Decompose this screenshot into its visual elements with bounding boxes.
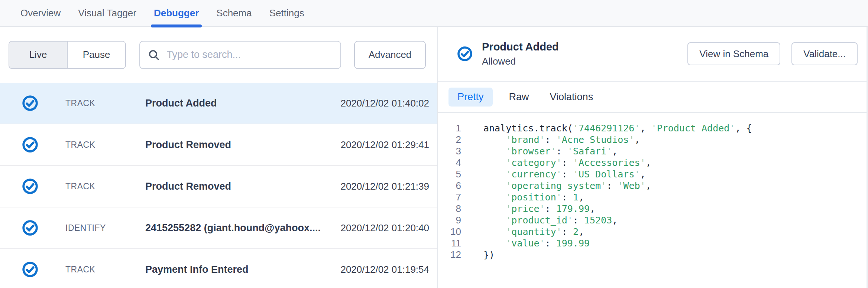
live-pause-toggle: Live Pause [9, 41, 126, 69]
validate-button[interactable]: Validate... [791, 42, 858, 65]
events-toolbar: Live Pause Advanced [0, 27, 437, 83]
line-number: 10 [438, 226, 461, 238]
code-text: 'brand': 'Acne Studios', [483, 134, 640, 145]
event-type-label: TRACK [65, 181, 145, 192]
event-title: 2415255282 (giant.hound@yahoox.... [145, 222, 340, 234]
event-status-text: Allowed [482, 56, 559, 67]
nav-tab-overview[interactable]: Overview [20, 0, 61, 26]
code-line: 3 'browser': 'Safari', [438, 145, 868, 157]
circle-check-icon [22, 219, 39, 236]
code-line: 5 'currency': 'US Dollars', [438, 168, 868, 180]
event-detail-titles: Product Added Allowed [482, 41, 559, 67]
nav-tab-settings[interactable]: Settings [269, 0, 304, 26]
code-line: 9 'product_id': 15203, [438, 215, 868, 226]
code-text: 'currency': 'US Dollars', [483, 168, 646, 180]
code-text: }) [483, 249, 495, 261]
payload-tab-raw[interactable]: Raw [505, 91, 534, 103]
circle-check-icon [22, 95, 39, 112]
event-title: Product Removed [145, 139, 340, 151]
event-row[interactable]: TRACKPayment Info Entered2020/12/02 01:1… [0, 249, 437, 288]
code-text: 'product_id': 15203, [483, 215, 618, 226]
line-number: 8 [438, 203, 461, 215]
line-number: 4 [438, 157, 461, 168]
search-box[interactable] [139, 41, 341, 69]
event-type-label: TRACK [65, 140, 145, 150]
payload-tab-violations[interactable]: Violations [545, 91, 598, 103]
advanced-button[interactable]: Advanced [354, 41, 426, 69]
event-row[interactable]: TRACKProduct Added2020/12/02 01:40:02 [0, 83, 437, 124]
event-detail-title: Product Added [482, 41, 559, 53]
code-text: analytics.track('7446291126', 'Product A… [483, 122, 752, 134]
line-number: 3 [438, 145, 461, 157]
code-text: 'position': 1, [483, 192, 584, 203]
event-detail-header: Product Added Allowed View in Schema Val… [438, 27, 868, 82]
code-text: 'value': 199.99 [483, 238, 590, 249]
line-number: 5 [438, 168, 461, 180]
pause-button[interactable]: Pause [68, 42, 125, 68]
payload-view-tabs: PrettyRawViolations [438, 82, 868, 113]
event-row[interactable]: TRACKProduct Removed2020/12/02 01:29:41 [0, 124, 437, 166]
code-line: 6 'operating_system': 'Web', [438, 180, 868, 192]
code-line: 1analytics.track('7446291126', 'Product … [438, 122, 868, 134]
line-number: 1 [438, 122, 461, 134]
event-timestamp: 2020/12/02 01:29:41 [340, 139, 429, 151]
event-type-label: TRACK [65, 98, 145, 108]
code-line: 2 'brand': 'Acne Studios', [438, 134, 868, 145]
line-number: 9 [438, 215, 461, 226]
event-timestamp: 2020/12/02 01:40:02 [340, 98, 429, 109]
nav-tab-debugger[interactable]: Debugger [154, 0, 199, 26]
view-in-schema-button[interactable]: View in Schema [687, 42, 780, 65]
code-line: 11 'value': 199.99 [438, 238, 868, 249]
code-line: 12}) [438, 249, 868, 261]
code-text: 'price': 179.99, [483, 203, 595, 215]
event-timestamp: 2020/12/02 01:19:54 [340, 264, 429, 275]
event-title: Product Removed [145, 181, 340, 192]
top-nav: OverviewVisual TaggerDebuggerSchemaSetti… [0, 0, 868, 27]
line-number: 11 [438, 238, 461, 249]
circle-check-icon [22, 178, 39, 195]
line-number: 7 [438, 192, 461, 203]
code-text: 'category': 'Accessories', [483, 157, 651, 168]
allowed-check-icon [457, 46, 473, 62]
code-text: 'browser': 'Safari', [483, 145, 618, 157]
events-panel: Live Pause Advanced TRACKProduct Added20… [0, 27, 438, 288]
nav-tab-schema[interactable]: Schema [216, 0, 252, 26]
line-number: 2 [438, 134, 461, 145]
code-line: 4 'category': 'Accessories', [438, 157, 868, 168]
search-input[interactable] [166, 49, 333, 61]
event-detail-panel: Product Added Allowed View in Schema Val… [438, 27, 868, 288]
payload-code-view: 1analytics.track('7446291126', 'Product … [438, 113, 868, 261]
right-edge-divider [867, 27, 868, 288]
code-line: 8 'price': 179.99, [438, 203, 868, 215]
code-line: 7 'position': 1, [438, 192, 868, 203]
live-button[interactable]: Live [9, 42, 68, 68]
debugger-screen: OverviewVisual TaggerDebuggerSchemaSetti… [0, 0, 868, 288]
code-text: 'quantity': 2, [483, 226, 584, 238]
event-row[interactable]: IDENTIFY2415255282 (giant.hound@yahoox..… [0, 207, 437, 249]
payload-tab-pretty[interactable]: Pretty [448, 88, 493, 107]
circle-check-icon [22, 136, 39, 153]
circle-check-icon [22, 261, 39, 278]
event-timestamp: 2020/12/02 01:20:40 [340, 222, 429, 234]
detail-actions: View in Schema Validate... [687, 42, 858, 65]
event-type-label: TRACK [65, 265, 145, 275]
event-title: Payment Info Entered [145, 264, 340, 275]
event-timestamp: 2020/12/02 01:21:39 [340, 181, 429, 192]
line-number: 6 [438, 180, 461, 192]
code-line: 10 'quantity': 2, [438, 226, 868, 238]
code-text: 'operating_system': 'Web', [483, 180, 651, 192]
line-number: 12 [438, 249, 461, 261]
event-list: TRACKProduct Added2020/12/02 01:40:02TRA… [0, 83, 437, 288]
nav-tab-visual-tagger[interactable]: Visual Tagger [78, 0, 136, 26]
search-icon [148, 49, 160, 61]
event-title: Product Added [145, 98, 340, 109]
event-type-label: IDENTIFY [65, 223, 145, 233]
main-content: Live Pause Advanced TRACKProduct Added20… [0, 27, 868, 288]
event-row[interactable]: TRACKProduct Removed2020/12/02 01:21:39 [0, 166, 437, 207]
